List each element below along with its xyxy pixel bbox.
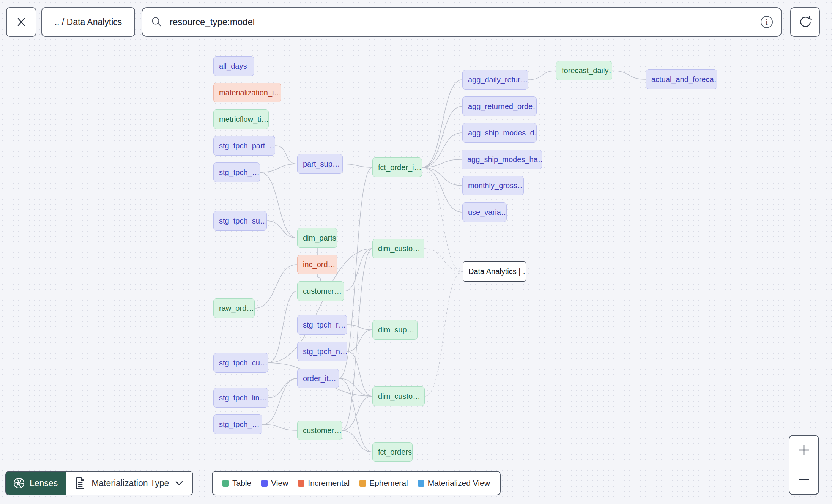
lens-selector-label: Materialization Type (91, 478, 169, 488)
edge-agg_daily-to-forecast_daily (528, 71, 556, 80)
legend-item-ephemeral: Ephemeral (359, 479, 408, 488)
legend-swatch (359, 480, 366, 487)
node-agg_ship_ha[interactable]: agg_ship_modes_ha… (462, 150, 542, 169)
node-monthly_gross[interactable]: monthly_gross… (462, 176, 524, 195)
legend-swatch (298, 480, 304, 487)
edge-forecast_daily-to-actual_fore (612, 71, 646, 80)
search-icon (151, 16, 163, 28)
node-inc_ord[interactable]: inc_ord… (297, 255, 337, 274)
node-dim_parts[interactable]: dim_parts (297, 228, 337, 248)
node-stg_tpch_lin[interactable]: stg_tpch_lin… (213, 388, 268, 408)
legend-swatch (261, 480, 268, 487)
chevron-down-icon (175, 480, 183, 486)
edge-stg_tpch_b-to-customer_bot (262, 424, 297, 430)
edge-stg_tpch_n-to-dim_custo2 (347, 351, 372, 396)
edge-fct_order_i-to-use_varia (422, 167, 462, 212)
edge-stg_tpch_cu-to-customer_mid (268, 291, 297, 363)
node-order_it[interactable]: order_it… (297, 369, 339, 388)
lens-selector[interactable]: Materialization Type (66, 472, 192, 495)
refresh-icon (797, 14, 813, 30)
node-stg_tpch_su[interactable]: stg_tpch_su… (213, 211, 267, 231)
legend-item-incremental: Incremental (298, 479, 350, 488)
node-part_sup[interactable]: part_sup… (297, 154, 343, 174)
edge-fct_order_i-to-agg_daily (422, 80, 462, 167)
legend-item-table: Table (222, 479, 251, 488)
node-stg_tpch_n[interactable]: stg_tpch_n… (297, 342, 347, 361)
node-materialization[interactable]: materialization_i… (213, 83, 281, 102)
node-customer_bot[interactable]: customer… (297, 421, 342, 440)
legend-label: Incremental (308, 479, 350, 488)
edge-stg_tpch_part-to-part_sup (275, 146, 297, 164)
node-agg_daily[interactable]: agg_daily_retur… (462, 70, 528, 90)
edge-stg_tpch_lin-to-order_it (268, 378, 297, 398)
close-button[interactable] (6, 7, 36, 37)
lineage-canvas[interactable]: all_daysmaterialization_i…metricflow_ti…… (0, 0, 832, 504)
node-stg_tpch_a[interactable]: stg_tpch_… (213, 162, 260, 182)
edge-dim_custo1-to-exposure (424, 249, 463, 272)
edge-fct_order_i-to-exposure (422, 167, 463, 272)
plus-icon (797, 444, 810, 457)
edge-stg_tpch_r-to-dim_sup (347, 325, 372, 330)
search-input[interactable]: resource_type:model (170, 17, 255, 27)
edge-customer_mid-to-dim_custo1 (344, 249, 372, 291)
info-icon[interactable]: i (761, 16, 773, 28)
zoom-out-button[interactable] (789, 465, 818, 494)
aperture-icon (13, 477, 25, 489)
edge-stg_tpch_n-to-dim_sup (347, 330, 372, 351)
edge-fct_order_i-to-agg_ship_d (422, 133, 462, 167)
legend-label: Materialized View (428, 479, 490, 488)
legend-item-view: View (261, 479, 288, 488)
edge-fct_order_i-to-agg_ship_ha (422, 159, 462, 167)
node-dim_custo2[interactable]: dim_custo… (372, 386, 425, 406)
legend-swatch (418, 480, 424, 487)
edge-fct_order_i-to-agg_returned (422, 106, 462, 167)
node-metricflow_ti[interactable]: metricflow_ti… (213, 109, 269, 129)
minus-icon (797, 473, 810, 486)
search-bar[interactable]: resource_type:model i (142, 7, 782, 37)
node-fct_order_i[interactable]: fct_order_i… (372, 158, 422, 177)
close-icon (16, 16, 27, 28)
edge-order_it-to-dim_custo2 (339, 378, 372, 396)
node-exposure[interactable]: Data Analytics | … (463, 261, 526, 282)
breadcrumb: .. / Data Analytics (55, 17, 122, 27)
node-stg_tpch_r[interactable]: stg_tpch_r… (297, 315, 347, 335)
node-dim_sup[interactable]: dim_sup… (372, 320, 418, 340)
node-actual_fore[interactable]: actual_and_foreca… (646, 69, 717, 89)
edge-dim_custo2-to-exposure (425, 272, 463, 397)
node-all_days[interactable]: all_days (213, 56, 254, 76)
lenses-button[interactable]: Lenses (6, 472, 66, 495)
legend-label: Table (232, 479, 251, 488)
edge-customer_bot-to-dim_custo1 (342, 249, 372, 430)
node-raw_ord[interactable]: raw_ord… (213, 298, 255, 318)
document-icon (75, 477, 85, 490)
edge-customer_bot-to-dim_custo2 (342, 396, 372, 430)
legend-item-materialized-view: Materialized View (418, 479, 490, 488)
lenses-label: Lenses (30, 478, 58, 488)
node-fct_orders[interactable]: fct_orders (372, 442, 413, 462)
edge-inc_ord-to-customer_mid (317, 274, 321, 281)
edge-stg_tpch_a-to-part_sup (260, 164, 297, 172)
node-dim_custo1[interactable]: dim_custo… (372, 239, 424, 258)
node-agg_returned[interactable]: agg_returned_orde… (462, 96, 537, 116)
edge-stg_tpch_su-to-dim_parts (267, 221, 297, 238)
edge-raw_ord-to-inc_ord (255, 265, 297, 308)
zoom-in-button[interactable] (789, 436, 818, 465)
refresh-button[interactable] (790, 7, 820, 37)
node-stg_tpch_b[interactable]: stg_tpch_… (213, 414, 262, 434)
node-forecast_daily[interactable]: forecast_daily… (556, 61, 612, 80)
legend: TableViewIncrementalEphemeralMaterialize… (212, 471, 501, 495)
edge-customer_bot-to-fct_orders (342, 430, 372, 452)
node-use_varia[interactable]: use_varia… (462, 202, 507, 222)
legend-label: Ephemeral (369, 479, 408, 488)
node-customer_mid[interactable]: customer… (297, 281, 344, 301)
lens-combo: Lenses Materialization Type (5, 471, 193, 495)
edge-order_it-to-fct_orders (339, 378, 372, 452)
edge-fct_order_i-to-monthly_gross (422, 167, 462, 186)
node-agg_ship_d[interactable]: agg_ship_modes_d… (462, 123, 537, 143)
legend-swatch (222, 480, 229, 487)
edge-part_sup-to-fct_order_i (343, 164, 372, 167)
legend-label: View (271, 479, 288, 488)
node-stg_tpch_part[interactable]: stg_tpch_part_… (213, 136, 275, 156)
breadcrumb-button[interactable]: .. / Data Analytics (41, 7, 135, 37)
node-stg_tpch_cu[interactable]: stg_tpch_cu… (213, 353, 268, 373)
